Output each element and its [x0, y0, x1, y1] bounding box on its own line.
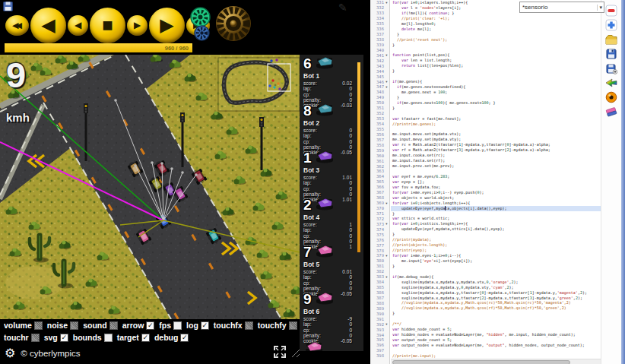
option-label: touchfy: [258, 321, 287, 330]
checkbox-log[interactable]: ✓: [201, 321, 209, 330]
rewind-fast-button[interactable]: ◀◀: [5, 15, 29, 36]
bot-name: Bot 5: [303, 261, 360, 268]
fold-marker-icon[interactable]: ▾: [384, 254, 389, 258]
sprocket-green-icon[interactable]: [190, 7, 211, 27]
gutter-line: 357: [370, 137, 389, 142]
option-arrow[interactable]: arrow✓: [122, 321, 155, 330]
horizontal-scrollbar[interactable]: [391, 359, 601, 364]
add-icon[interactable]: [605, 19, 617, 31]
vertical-scrollbar[interactable]: [621, 0, 625, 364]
fullscreen-icon[interactable]: [272, 344, 287, 359]
gutter-line: 386: [370, 290, 389, 296]
fold-marker-icon[interactable]: ▾: [384, 322, 389, 326]
checkbox-target[interactable]: ✓: [141, 334, 150, 342]
code-line: return list[(len+pos)%len];: [391, 63, 601, 68]
checkbox-debug[interactable]: ✓: [180, 334, 189, 342]
resize-grip-icon[interactable]: [290, 347, 300, 357]
bot-entry[interactable]: 7Bot 5score:0.01lap:0cp:0penalty:0cookie…: [300, 243, 363, 290]
checkbox-fps[interactable]: [173, 321, 182, 330]
play-reverse-button[interactable]: ◀: [30, 8, 66, 43]
step-forward-button[interactable]: ▶: [127, 15, 148, 36]
fold-marker-icon[interactable]: ▾: [384, 80, 389, 84]
gutter-line: 374: [370, 226, 389, 232]
option-debug[interactable]: debug✓: [154, 333, 189, 342]
checkbox-volume[interactable]: [34, 321, 43, 330]
bot-entry[interactable]: 2Bot 4score:1lap:0cp:0penalty:0cookie:1: [300, 196, 363, 243]
remove-icon[interactable]: [605, 5, 617, 17]
checkbox-touchfy[interactable]: [289, 321, 297, 330]
step-back-button[interactable]: ◀: [68, 15, 88, 36]
bot-name: Bot 2: [303, 119, 360, 127]
option-bounds[interactable]: bounds: [73, 333, 113, 342]
fold-marker-icon[interactable]: ▾: [384, 275, 389, 279]
bot-entry[interactable]: 8Bot 2score:0lap:0cp:0penalty:0cookie:-0…: [300, 102, 363, 149]
code-line: [391, 348, 601, 353]
game-viewport[interactable]: 9 kmh: [0, 55, 300, 319]
horizontal-scrollbar-thumb[interactable]: [392, 360, 570, 364]
checkbox-touchr[interactable]: [31, 334, 40, 342]
code-line: }: [391, 95, 601, 100]
option-log[interactable]: log✓: [186, 321, 209, 330]
code-line: //print(objects.length);: [391, 242, 601, 248]
save-as-icon[interactable]: [605, 62, 617, 74]
progress-bar[interactable]: 960 / 960: [5, 43, 192, 52]
checkbox-arrow[interactable]: ✓: [146, 321, 154, 330]
option-noise[interactable]: noise: [47, 321, 78, 330]
gear-icon[interactable]: [214, 4, 253, 43]
bot-scrollbar[interactable]: [357, 62, 360, 252]
gutter-line: 373▾: [370, 221, 389, 226]
option-target[interactable]: target✓: [117, 333, 150, 342]
fold-marker-icon[interactable]: ▾: [384, 53, 389, 57]
stop-button[interactable]: ■: [90, 8, 125, 43]
bot-stat-cp: cp:0: [303, 328, 352, 333]
checkbox-bounds[interactable]: [104, 334, 113, 342]
option-fps[interactable]: fps: [159, 321, 182, 330]
bot-entry[interactable]: 9Bot 6score:-9lap:0cp:0penalty:0cookie:-…: [300, 290, 363, 337]
option-sound[interactable]: sound: [83, 321, 118, 330]
code-line: [391, 316, 601, 321]
settings-gear-icon[interactable]: ⚙: [5, 347, 15, 360]
record-icon[interactable]: [605, 91, 617, 103]
play-button[interactable]: ▶: [149, 8, 185, 43]
bot-entry[interactable]: 1Bot 3score:1.01lap:0cp:0penalty:0cookie…: [300, 149, 363, 196]
code-line: svgline(mydata.x,mydata.y,tfastarr[0]-my…: [391, 290, 601, 296]
script-select[interactable]: *sensorio ▾: [519, 2, 604, 13]
option-svg[interactable]: svg✓: [44, 333, 68, 342]
code-line: function point(list,pos){: [391, 52, 601, 58]
bot-stat-lap: lap:0: [303, 227, 352, 233]
bot-rank: 7: [303, 245, 312, 259]
gutter-line: 362: [370, 163, 389, 169]
gutter-line: 378: [370, 248, 389, 253]
code-line: [391, 169, 601, 174]
gutter-line: 358: [370, 142, 389, 147]
bot-stat-lap: lap:0: [303, 274, 352, 280]
bot-panel: 6Bot 1score:0.02lap:0cp:0penalty:0cookie…: [300, 55, 363, 351]
fold-marker-icon[interactable]: ▾: [384, 201, 389, 205]
code-line: var len = list.length;: [391, 58, 601, 63]
checkbox-noise[interactable]: [70, 321, 78, 330]
option-touchfy[interactable]: touchfy: [258, 321, 297, 330]
checkbox-touchfx[interactable]: [245, 321, 253, 330]
option-touchfx[interactable]: touchfx: [214, 321, 253, 330]
fold-marker-icon[interactable]: ▾: [384, 1, 389, 5]
option-touchr[interactable]: touchr: [4, 333, 40, 342]
checkbox-sound[interactable]: [109, 321, 118, 330]
playback-toolbar: ◀◀◀◀■▶▶▶▶ ✎ 960 / 96: [0, 0, 370, 55]
save-icon[interactable]: [605, 48, 617, 60]
fold-marker-icon[interactable]: ▾: [384, 222, 389, 226]
code-area[interactable]: for(var i=0;i<layers.length;i++){ var l …: [391, 0, 601, 359]
eraser-icon[interactable]: [605, 106, 617, 118]
fold-marker-icon[interactable]: ▾: [384, 85, 389, 89]
gutter-line: 379▾: [370, 253, 389, 258]
edit-icon[interactable]: ✎: [338, 2, 347, 14]
speed-unit: kmh: [6, 111, 30, 124]
option-label: log: [186, 321, 198, 330]
folder-icon[interactable]: [605, 33, 617, 46]
option-volume[interactable]: volume: [4, 321, 43, 330]
sprocket-blue-icon[interactable]: [194, 25, 210, 41]
pointer-colors-icon[interactable]: [605, 77, 617, 89]
playback-buttons: ◀◀◀◀■▶▶▶▶: [5, 6, 211, 44]
checkbox-svg[interactable]: ✓: [60, 334, 68, 342]
code-line: var eyep = [];: [391, 179, 601, 185]
bot-entry[interactable]: 6Bot 1score:0.02lap:0cp:0penalty:0cookie…: [300, 55, 363, 102]
